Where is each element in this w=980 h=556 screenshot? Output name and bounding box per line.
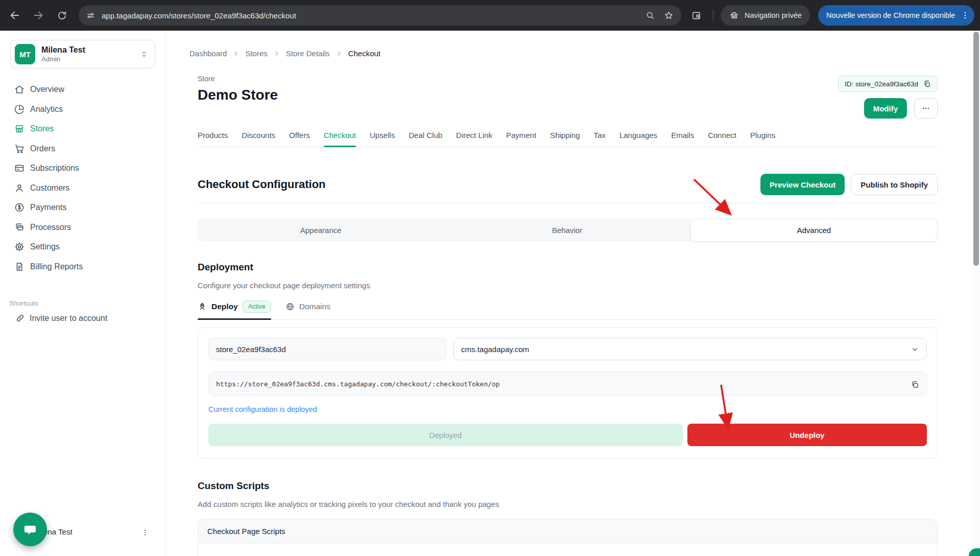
tab-languages[interactable]: Languages [619, 131, 657, 147]
url-text[interactable]: app.tagadapay.com/stores/store_02ea9f3ac… [102, 11, 296, 20]
sidebar: MT Milena Test Admin Overview Analytics … [0, 31, 166, 556]
sidebar-item-processors[interactable]: Processors [0, 218, 165, 238]
rocket-icon [198, 302, 207, 311]
modify-button[interactable]: Modify [864, 98, 907, 119]
section-divider [198, 203, 938, 203]
sidebar-item-payments[interactable]: Payments [0, 198, 165, 218]
kebab-menu-icon[interactable] [960, 10, 970, 20]
sidebar-item-customers[interactable]: Customers [0, 178, 165, 198]
preview-checkout-button[interactable]: Preview Checkout [760, 174, 845, 195]
tab-direct-link[interactable]: Direct Link [456, 131, 492, 147]
checkout-scripts-card: Checkout Page Scripts [198, 519, 938, 556]
segment-appearance[interactable]: Appearance [198, 219, 444, 242]
bookmark-star-icon[interactable] [663, 10, 674, 21]
sidebar-item-subscriptions[interactable]: Subscriptions [0, 158, 165, 178]
browser-reload-button[interactable] [52, 6, 71, 25]
chevron-right-icon [232, 50, 240, 57]
domain-select-value: cms.tagadapay.com [461, 345, 529, 354]
tab-discounts[interactable]: Discounts [242, 131, 275, 147]
breadcrumb-dashboard[interactable]: Dashboard [189, 49, 227, 58]
store-header-actions: ID: store_02ea9f3ac63d Modify [838, 76, 938, 119]
sidebar-item-billing-reports[interactable]: Billing Reports [0, 257, 165, 277]
more-actions-button[interactable] [914, 98, 938, 119]
chat-widget-button[interactable] [13, 513, 47, 546]
segment-behavior[interactable]: Behavior [444, 219, 690, 242]
checkout-url-field[interactable] [208, 372, 927, 396]
sidebar-item-label: Customers [30, 183, 69, 193]
publish-to-shopify-button[interactable]: Publish to Shopify [851, 174, 938, 195]
reload-icon [57, 10, 67, 21]
sidebar-item-label: Subscriptions [30, 164, 79, 173]
gear-icon [14, 242, 25, 252]
pie-chart-icon [14, 104, 25, 114]
section-title: Checkout Configuration [198, 178, 326, 191]
sidebar-item-overview[interactable]: Overview [0, 80, 165, 100]
tab-products[interactable]: Products [198, 131, 228, 147]
breadcrumb-checkout: Checkout [348, 49, 380, 58]
chrome-update-label: Nouvelle version de Chrome disponible [826, 11, 955, 19]
tab-domains[interactable]: Domains [285, 300, 330, 319]
copy-icon[interactable] [923, 80, 931, 88]
home-icon [14, 84, 25, 95]
account-role: Admin [41, 55, 85, 63]
sidebar-nav: Overview Analytics Stores Orders Subscri… [0, 80, 165, 276]
copy-url-button[interactable] [909, 378, 921, 390]
side-panel-search-button[interactable] [686, 6, 706, 25]
tab-deploy[interactable]: Deploy Active [198, 300, 271, 319]
tab-plugins[interactable]: Plugins [750, 131, 775, 147]
account-name: Milena Test [41, 45, 85, 55]
sidebar-item-label: Settings [30, 242, 60, 251]
breadcrumb-stores[interactable]: Stores [245, 49, 267, 58]
search-icon[interactable] [645, 10, 655, 20]
credit-card-icon [14, 163, 25, 173]
tab-deal-club[interactable]: Deal Club [409, 131, 442, 147]
sidebar-item-settings[interactable]: Settings [0, 237, 165, 257]
tab-upsells[interactable]: Upsells [370, 131, 395, 147]
browser-toolbar: app.tagadapay.com/stores/store_02ea9f3ac… [0, 0, 980, 31]
store-id-badge[interactable]: ID: store_02ea9f3ac63d [838, 76, 938, 92]
store-eyebrow: Store [198, 75, 278, 83]
deploy-status-link[interactable]: Current configuration is deployed [208, 405, 317, 413]
page-scrollbar[interactable] [972, 31, 980, 556]
tab-tax[interactable]: Tax [594, 131, 606, 147]
site-settings-icon[interactable] [86, 11, 95, 20]
sidebar-item-label: Stores [30, 124, 54, 133]
breadcrumb-store-details[interactable]: Store Details [286, 49, 330, 58]
tab-payment[interactable]: Payment [506, 131, 536, 147]
tab-offers[interactable]: Offers [289, 131, 310, 147]
active-status-badge: Active [243, 300, 271, 313]
sidebar-item-orders[interactable]: Orders [0, 139, 165, 159]
store-icon [14, 124, 25, 134]
scrollbar-thumb[interactable] [973, 32, 979, 266]
incognito-indicator: Navigation privée [721, 5, 810, 26]
footer-menu-button[interactable] [137, 524, 153, 541]
dollar-circle-icon [14, 202, 25, 213]
deployment-tabs: Deploy Active Domains [198, 300, 938, 320]
domains-tab-label: Domains [299, 302, 330, 311]
segment-advanced[interactable]: Advanced [690, 219, 938, 242]
store-header: Store Demo Store [198, 75, 278, 103]
address-bar[interactable]: app.tagadapay.com/stores/store_02ea9f3ac… [79, 5, 681, 26]
chat-icon [22, 521, 38, 538]
custom-scripts-subtitle: Add custom scripts like analytics or tra… [198, 500, 499, 508]
chrome-update-button[interactable]: Nouvelle version de Chrome disponible [818, 5, 974, 26]
browser-forward-button[interactable] [29, 6, 48, 25]
deploy-tab-label: Deploy [211, 302, 238, 311]
deployment-subtitle: Configure your checkout page deployment … [198, 281, 370, 290]
browser-back-button[interactable] [5, 6, 25, 25]
chevron-right-icon [336, 50, 343, 57]
tab-emails[interactable]: Emails [671, 131, 694, 147]
tab-shipping[interactable]: Shipping [550, 131, 580, 147]
tab-connect[interactable]: Connect [708, 131, 736, 147]
sidebar-item-stores[interactable]: Stores [0, 119, 165, 139]
store-tabs: Products Discounts Offers Checkout Upsel… [198, 131, 938, 147]
shortcut-invite-user[interactable]: Invite user to account [0, 313, 165, 323]
store-id-input[interactable] [208, 338, 446, 360]
tab-checkout[interactable]: Checkout [324, 131, 356, 147]
processor-cards-icon [14, 222, 25, 233]
cart-icon [14, 144, 25, 154]
domain-select[interactable]: cms.tagadapay.com [453, 338, 927, 360]
sidebar-item-analytics[interactable]: Analytics [0, 100, 165, 120]
account-switcher[interactable]: MT Milena Test Admin [10, 40, 155, 68]
undeploy-button[interactable]: Undeploy [687, 424, 927, 446]
